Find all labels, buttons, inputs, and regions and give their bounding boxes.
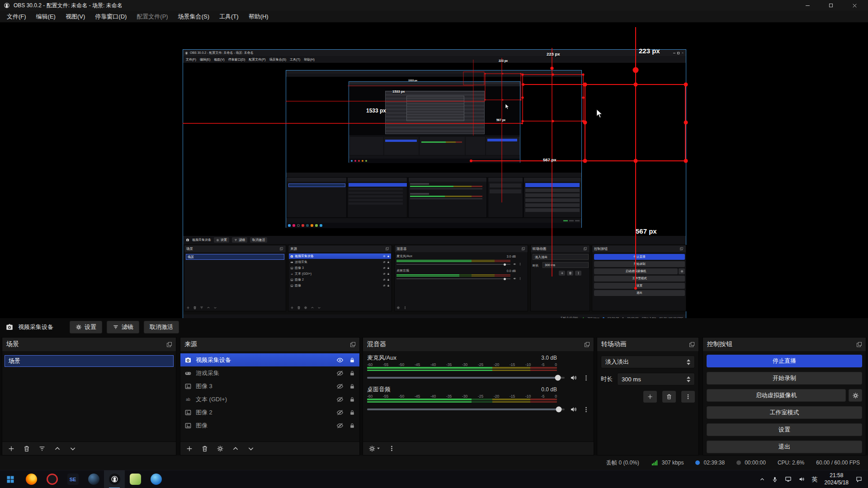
source-row[interactable]: 图像 2 xyxy=(180,406,359,419)
nested-window-title: OBS 30.0.2 - 配置文件: 未命名 - 场景: 未命名 xyxy=(190,51,253,55)
taskbar-clock[interactable]: 21:582024/5/18 xyxy=(825,472,849,486)
close-button[interactable] xyxy=(844,0,864,11)
settings-button[interactable]: 设置 xyxy=(707,423,862,436)
lock-icon[interactable] xyxy=(349,409,355,416)
remove-scene-button[interactable] xyxy=(23,445,30,452)
taskbar-game-icon[interactable] xyxy=(125,470,146,488)
add-scene-button[interactable] xyxy=(8,445,15,452)
popout-icon[interactable] xyxy=(167,342,172,347)
visibility-icon[interactable] xyxy=(336,370,344,377)
duration-up-button[interactable] xyxy=(687,376,690,379)
taskbar-media-icon[interactable] xyxy=(146,470,166,488)
visibility-icon[interactable] xyxy=(336,383,344,390)
source-properties-button[interactable]: 设置 xyxy=(70,321,102,333)
menu-profile[interactable]: 配置文件(P) xyxy=(132,11,173,23)
taskbar-steam-icon[interactable] xyxy=(83,470,104,488)
lock-icon[interactable] xyxy=(349,396,355,403)
start-recording-button[interactable]: 开始录制 xyxy=(707,372,862,385)
scene-filters-button[interactable] xyxy=(38,445,46,452)
transition-properties-button[interactable] xyxy=(681,391,695,403)
lock-icon[interactable] xyxy=(349,370,355,376)
source-down-button[interactable] xyxy=(247,445,255,452)
preview-canvas[interactable]: OBS 30.0.2 - 配置文件: 未命名 - 场景: 未命名 文件(F)编辑… xyxy=(0,23,868,318)
titlebar[interactable]: OBS 30.0.2 - 配置文件: 未命名 - 场景: 未命名 xyxy=(0,0,868,11)
mute-button[interactable] xyxy=(570,374,578,382)
source-row[interactable]: 图像 xyxy=(180,419,359,432)
volume-slider[interactable] xyxy=(367,377,565,379)
volume-icon[interactable] xyxy=(798,476,805,483)
scene-down-button[interactable] xyxy=(69,445,76,452)
maximize-button[interactable] xyxy=(821,0,841,11)
remove-source-button[interactable] xyxy=(201,445,208,452)
scene-item[interactable]: 场景 xyxy=(5,355,174,367)
virtual-camera-settings-button[interactable] xyxy=(849,389,862,402)
tray-expand-icon[interactable] xyxy=(760,477,765,482)
source-row[interactable]: 游戏采集 xyxy=(180,366,359,380)
scene-up-button[interactable] xyxy=(54,445,61,452)
duration-spinbox[interactable]: 300 ms xyxy=(617,373,695,385)
transitions-dock-header[interactable]: 转场动画 xyxy=(597,338,698,351)
input-method-indicator[interactable]: 英 xyxy=(812,475,818,483)
studio-mode-button[interactable]: 工作室模式 xyxy=(707,406,862,419)
taskbar-obs-icon[interactable] xyxy=(104,470,125,488)
popout-icon[interactable] xyxy=(857,342,862,347)
visibility-icon[interactable] xyxy=(336,396,344,403)
nested2-transitions-dock xyxy=(488,177,523,218)
network-icon[interactable] xyxy=(785,476,792,483)
mixer-scale-tick: -10 xyxy=(525,362,531,367)
add-source-button[interactable] xyxy=(186,445,193,452)
popout-icon[interactable] xyxy=(689,342,694,347)
source-filters-button[interactable]: 滤镜 xyxy=(107,321,139,333)
menu-help[interactable]: 帮助(H) xyxy=(244,11,274,23)
source-row[interactable]: 文本 (GDI+) xyxy=(180,393,359,406)
transition-select[interactable]: 淡入淡出 xyxy=(601,356,695,368)
exit-button[interactable]: 退出 xyxy=(707,441,862,453)
menu-tools[interactable]: 工具(T) xyxy=(214,11,244,23)
lock-icon[interactable] xyxy=(349,422,355,429)
source-up-button[interactable] xyxy=(232,445,239,452)
controls-dock-header[interactable]: 控制按钮 xyxy=(703,338,866,351)
source-properties-button[interactable] xyxy=(217,445,224,452)
taskbar-music-icon[interactable] xyxy=(42,470,62,488)
stop-streaming-button[interactable]: 停止直播 xyxy=(707,355,862,367)
start-virtual-camera-button[interactable]: 启动虚拟摄像机 xyxy=(707,389,846,402)
mixer-scale-tick: 0 xyxy=(555,394,557,399)
volume-slider[interactable] xyxy=(367,408,565,410)
menu-scene-collection[interactable]: 场景集合(S) xyxy=(173,11,214,23)
minimize-button[interactable] xyxy=(797,0,817,11)
menu-edit[interactable]: 编辑(E) xyxy=(31,11,61,23)
menu-docks[interactable]: 停靠窗口(D) xyxy=(90,11,132,23)
scene-list[interactable]: 场景 xyxy=(2,351,176,441)
advanced-audio-button[interactable] xyxy=(368,445,380,452)
start-button[interactable] xyxy=(0,470,21,488)
visibility-icon[interactable] xyxy=(336,409,344,416)
controls-dock: 控制按钮 停止直播 开始录制 启动虚拟摄像机 工作室模式 设置 退出 xyxy=(703,337,866,455)
mute-button[interactable] xyxy=(570,405,578,413)
lock-icon[interactable] xyxy=(349,383,355,389)
duration-down-button[interactable] xyxy=(687,380,690,382)
mixer-menu-button[interactable] xyxy=(388,445,395,452)
source-list[interactable]: 视频采集设备 游戏采集 图像 3 文本 (GDI+) xyxy=(180,351,359,441)
menu-view[interactable]: 视图(V) xyxy=(61,11,90,23)
visibility-icon[interactable] xyxy=(336,357,344,364)
source-row[interactable]: 图像 3 xyxy=(180,380,359,393)
taskbar-se-icon[interactable]: SE xyxy=(62,470,83,488)
mixer-dock-header[interactable]: 混音器 xyxy=(363,338,594,351)
record-time: 00:00:00 xyxy=(745,460,766,466)
notification-icon[interactable] xyxy=(855,476,863,483)
source-deactivate-button[interactable]: 取消激活 xyxy=(144,321,179,333)
channel-menu-button[interactable] xyxy=(583,375,590,381)
taskbar-browser-icon[interactable] xyxy=(21,470,42,488)
mic-icon[interactable] xyxy=(772,476,778,483)
remove-transition-button[interactable] xyxy=(662,391,676,403)
scenes-dock-header[interactable]: 场景 xyxy=(2,338,176,351)
popout-icon[interactable] xyxy=(585,342,590,347)
add-transition-button[interactable] xyxy=(643,391,657,403)
sources-dock-header[interactable]: 来源 xyxy=(180,338,359,351)
lock-icon[interactable] xyxy=(349,357,355,363)
visibility-icon[interactable] xyxy=(336,422,344,429)
menu-file[interactable]: 文件(F) xyxy=(2,11,31,23)
channel-menu-button[interactable] xyxy=(583,406,590,413)
popout-icon[interactable] xyxy=(350,342,355,347)
source-row[interactable]: 视频采集设备 xyxy=(180,353,359,366)
